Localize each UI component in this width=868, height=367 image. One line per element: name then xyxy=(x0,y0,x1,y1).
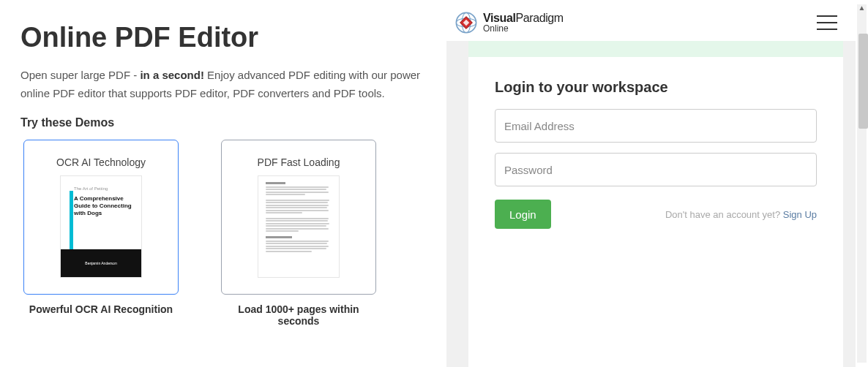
demo-ocr-thumb: The Art of Petting A Comprehensive Guide… xyxy=(60,175,142,278)
scrollbar-thumb[interactable] xyxy=(858,34,868,129)
page-subtitle: Open super large PDF - in a second! Enjo… xyxy=(20,67,430,103)
try-demos-label: Try these Demos xyxy=(20,116,439,129)
page-title: Online PDF Editor xyxy=(20,22,439,53)
brand-line1: VisualParadigm xyxy=(483,12,564,24)
scrollbar-up-arrow[interactable]: ▲ xyxy=(857,3,867,12)
signup-prompt: Don't have an account yet? Sign Up xyxy=(665,209,817,220)
brand-line2: Online xyxy=(483,24,564,33)
login-action-row: Login Don't have an account yet? Sign Up xyxy=(495,200,817,229)
embedded-header: VisualParadigm Online xyxy=(446,0,868,41)
book-small-text: The Art of Petting xyxy=(74,186,134,191)
subtitle-part-a: Open super large PDF - xyxy=(20,69,140,81)
subtitle-bold: in a second! xyxy=(140,69,204,81)
signup-prompt-text: Don't have an account yet? xyxy=(665,209,783,220)
embedded-panel: ▲ VisualParadigm Online Login to your wo… xyxy=(446,0,868,367)
notice-strip xyxy=(468,41,843,57)
demo-ocr-caption: Powerful OCR AI Recognition xyxy=(29,303,173,315)
brand-logo-block[interactable]: VisualParadigm Online xyxy=(454,10,564,35)
demo-fastload-frame: PDF Fast Loading xyxy=(221,140,376,295)
email-field[interactable] xyxy=(495,109,817,143)
book-author: Benjamin Anderson xyxy=(85,261,116,265)
demo-fastload-caption: Load 1000+ pages within seconds xyxy=(218,303,379,327)
demo-fastload-card[interactable]: PDF Fast Loading Load 1000+ pa xyxy=(218,140,379,327)
demo-ocr-frame: OCR AI Technology The Art of Petting A C… xyxy=(23,140,179,295)
login-title: Login to your workspace xyxy=(495,79,817,96)
signup-link[interactable]: Sign Up xyxy=(783,209,817,220)
demo-ocr-frame-title: OCR AI Technology xyxy=(56,156,146,168)
demos-row: OCR AI Technology The Art of Petting A C… xyxy=(20,140,439,327)
password-field[interactable] xyxy=(495,153,817,186)
login-button[interactable]: Login xyxy=(495,200,551,229)
demo-fastload-frame-title: PDF Fast Loading xyxy=(258,156,340,168)
globe-diamond-icon xyxy=(454,10,479,35)
login-card: Login to your workspace Login Don't have… xyxy=(468,57,843,367)
book-footer: Benjamin Anderson xyxy=(61,249,141,277)
demo-fastload-thumb xyxy=(258,175,340,278)
hamburger-menu-icon[interactable] xyxy=(817,15,837,30)
demo-ocr-card[interactable]: OCR AI Technology The Art of Petting A C… xyxy=(20,140,182,327)
book-title-text: A Comprehensive Guide to Connecting with… xyxy=(74,195,134,217)
